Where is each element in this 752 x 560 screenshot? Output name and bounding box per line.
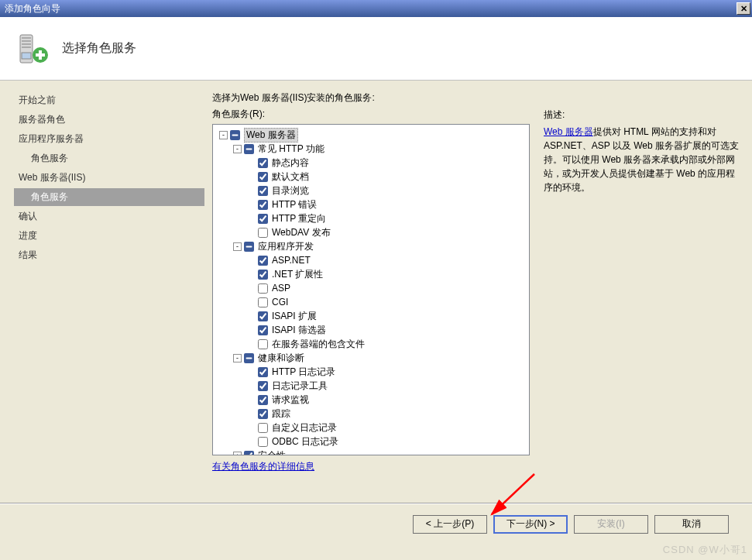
tree-label: ISAPI 筛选器 bbox=[272, 324, 326, 337]
tree-node[interactable]: 默认文档 bbox=[215, 170, 527, 184]
tree-node[interactable]: HTTP 日志记录 bbox=[215, 365, 527, 379]
tree-node[interactable]: 静态内容 bbox=[215, 156, 527, 170]
tree-node[interactable]: ASP.NET bbox=[215, 253, 527, 267]
tree-node[interactable]: CGI bbox=[215, 295, 527, 309]
tree-checkbox[interactable] bbox=[258, 409, 268, 419]
tree-node[interactable]: 在服务器端的包含文件 bbox=[215, 337, 527, 351]
toggle-spacer bbox=[247, 173, 256, 181]
tree-checkbox[interactable] bbox=[258, 311, 268, 321]
tree-label: 日志记录工具 bbox=[272, 380, 328, 393]
toggle-spacer bbox=[247, 228, 256, 237]
tree-checkbox[interactable] bbox=[230, 130, 240, 140]
tree-node[interactable]: -应用程序开发 bbox=[215, 239, 527, 253]
tree-checkbox[interactable] bbox=[258, 381, 268, 391]
sidebar-step-3[interactable]: 角色服务 bbox=[14, 149, 204, 167]
tree-node[interactable]: -常见 HTTP 功能 bbox=[215, 142, 527, 156]
tree-label: HTTP 重定向 bbox=[272, 212, 326, 225]
tree-node[interactable]: ISAPI 扩展 bbox=[215, 309, 527, 323]
toggle-spacer bbox=[247, 368, 256, 376]
tree-node[interactable]: WebDAV 发布 bbox=[215, 225, 527, 239]
tree-node[interactable]: HTTP 重定向 bbox=[215, 211, 527, 225]
previous-button[interactable]: < 上一步(P) bbox=[413, 515, 487, 534]
sidebar-step-0[interactable]: 开始之前 bbox=[14, 91, 204, 109]
tree-checkbox[interactable] bbox=[258, 437, 268, 447]
tree-node[interactable]: 自定义日志记录 bbox=[215, 421, 527, 435]
toggle-spacer bbox=[247, 410, 256, 418]
tree-label: ISAPI 扩展 bbox=[272, 310, 317, 323]
tree-checkbox[interactable] bbox=[258, 395, 268, 405]
svg-rect-1 bbox=[22, 37, 31, 39]
cancel-button[interactable]: 取消 bbox=[654, 515, 729, 534]
sidebar-step-8[interactable]: 结果 bbox=[14, 246, 204, 264]
tree-node[interactable]: ISAPI 筛选器 bbox=[215, 323, 527, 337]
tree-checkbox[interactable] bbox=[244, 144, 254, 154]
svg-rect-5 bbox=[22, 53, 31, 59]
tree-label: 默认文档 bbox=[272, 170, 309, 184]
tree-checkbox[interactable] bbox=[258, 214, 268, 224]
tree-node[interactable]: .NET 扩展性 bbox=[215, 267, 527, 281]
prompt-text: 选择为Web 服务器(IIS)安装的角色服务: bbox=[212, 91, 537, 105]
tree-label: HTTP 错误 bbox=[272, 198, 317, 211]
close-button[interactable]: ✕ bbox=[737, 2, 750, 15]
tree-checkbox[interactable] bbox=[258, 339, 268, 349]
tree-label: 目录浏览 bbox=[272, 184, 309, 198]
collapse-icon[interactable]: - bbox=[233, 354, 242, 362]
tree-node[interactable]: 目录浏览 bbox=[215, 184, 527, 198]
tree-checkbox[interactable] bbox=[258, 367, 268, 377]
tree-node[interactable]: HTTP 错误 bbox=[215, 198, 527, 211]
tree-checkbox[interactable] bbox=[244, 353, 254, 363]
collapse-icon[interactable]: - bbox=[219, 131, 228, 139]
tree-node[interactable]: 请求监视 bbox=[215, 393, 527, 407]
tree-node[interactable]: +安全性 bbox=[215, 448, 527, 455]
tree-checkbox[interactable] bbox=[258, 297, 268, 307]
toggle-spacer bbox=[247, 270, 256, 279]
tree-checkbox[interactable] bbox=[258, 256, 268, 266]
tree-node[interactable]: -健康和诊断 bbox=[215, 351, 527, 365]
tree-node[interactable]: -Web 服务器 bbox=[215, 128, 527, 142]
tree-checkbox[interactable] bbox=[258, 270, 268, 280]
sidebar-step-2[interactable]: 应用程序服务器 bbox=[14, 130, 204, 148]
tree-checkbox[interactable] bbox=[258, 325, 268, 335]
tree-node[interactable]: ODBC 日志记录 bbox=[215, 435, 527, 448]
tree-checkbox[interactable] bbox=[258, 186, 268, 196]
more-info-link[interactable]: 有关角色服务的详细信息 bbox=[212, 460, 314, 473]
tree-checkbox[interactable] bbox=[258, 158, 268, 168]
install-button[interactable]: 安装(I) bbox=[574, 515, 648, 534]
toggle-spacer bbox=[247, 159, 256, 167]
tree-checkbox[interactable] bbox=[244, 451, 254, 456]
tree-node[interactable]: 日志记录工具 bbox=[215, 379, 527, 393]
toggle-spacer bbox=[247, 340, 256, 349]
tree-checkbox[interactable] bbox=[258, 200, 268, 210]
server-role-icon bbox=[15, 32, 50, 66]
tree-node[interactable]: ASP bbox=[215, 281, 527, 295]
next-button[interactable]: 下一步(N) > bbox=[493, 515, 568, 534]
tree-checkbox[interactable] bbox=[258, 228, 268, 238]
sidebar-step-6[interactable]: 确认 bbox=[14, 208, 204, 225]
sidebar-step-4[interactable]: Web 服务器(IIS) bbox=[14, 169, 204, 187]
wizard-header: 选择角色服务 bbox=[0, 17, 752, 81]
tree-checkbox[interactable] bbox=[258, 172, 268, 182]
close-icon: ✕ bbox=[740, 4, 747, 14]
tree-label: CGI bbox=[272, 297, 288, 307]
collapse-icon[interactable]: - bbox=[233, 242, 242, 251]
description-link[interactable]: Web 服务器 bbox=[544, 126, 593, 137]
sidebar-step-5[interactable]: 角色服务 bbox=[14, 188, 204, 206]
sidebar-step-7[interactable]: 进度 bbox=[14, 227, 204, 245]
wizard-steps-sidebar: 开始之前服务器角色应用程序服务器角色服务Web 服务器(IIS)角色服务确认进度… bbox=[0, 81, 204, 503]
description-panel: 描述: Web 服务器提供对 HTML 网站的支持和对 ASP.NET、ASP … bbox=[537, 91, 752, 503]
sidebar-step-1[interactable]: 服务器角色 bbox=[14, 111, 204, 129]
svg-rect-8 bbox=[36, 53, 45, 57]
tree-label: ASP.NET bbox=[272, 255, 311, 266]
collapse-icon[interactable]: - bbox=[233, 145, 242, 153]
tree-checkbox[interactable] bbox=[258, 283, 268, 294]
tree-label: 安全性 bbox=[258, 449, 286, 456]
page-title: 选择角色服务 bbox=[62, 40, 136, 57]
tree-checkbox[interactable] bbox=[258, 423, 268, 433]
expand-icon[interactable]: + bbox=[233, 452, 242, 456]
tree-checkbox[interactable] bbox=[244, 242, 254, 252]
tree-node[interactable]: 跟踪 bbox=[215, 407, 527, 421]
svg-rect-3 bbox=[22, 43, 31, 45]
tree-label: 在服务器端的包含文件 bbox=[272, 338, 365, 351]
role-services-tree[interactable]: -Web 服务器-常见 HTTP 功能静态内容默认文档目录浏览HTTP 错误HT… bbox=[212, 124, 530, 455]
toggle-spacer bbox=[247, 396, 256, 404]
